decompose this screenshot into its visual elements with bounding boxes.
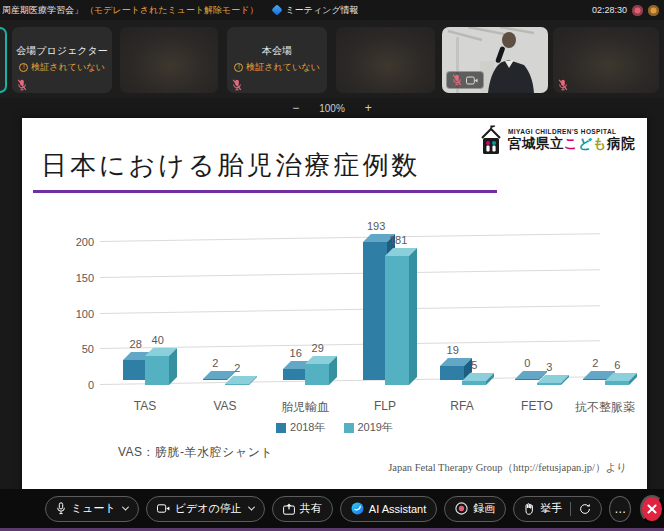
video-tile-4-labeled[interactable]: 本会場!検証されていない	[227, 27, 327, 93]
verification-warning: !検証されていない	[227, 61, 327, 74]
toolbar-microphone-button[interactable]: ミュート	[45, 496, 139, 522]
camera-on-icon	[466, 76, 478, 85]
top-bar: 周産期医療学習会」 （モデレートされたミュート解除モード） ミーティング情報 0…	[0, 0, 664, 20]
bar-face	[305, 364, 329, 385]
mic-muted-icon	[558, 77, 568, 89]
slide-footnote: VAS：膀胱-羊水腔シャント	[118, 444, 273, 461]
reactions-icon[interactable]	[579, 503, 591, 515]
meeting-info-button[interactable]: ミーティング情報	[286, 4, 359, 17]
y-axis-tick-label: 150	[66, 272, 94, 284]
bar-face	[145, 356, 169, 385]
toolbar-divider	[570, 502, 571, 516]
bar-value-label: 5	[471, 359, 477, 371]
video-strip: 会場プロジェクター!検証されていない本会場!検証されていない	[0, 20, 664, 98]
ai-companion-icon	[351, 502, 364, 515]
microphone-icon	[56, 502, 66, 515]
hospital-name-jp: 宮城県立こども病院	[508, 135, 635, 153]
legend-item: 2019年	[344, 420, 393, 435]
zoom-level: 100%	[319, 103, 345, 114]
mic-muted-icon	[558, 79, 568, 91]
mic-muted-icon	[17, 77, 27, 89]
legend-swatch	[344, 423, 354, 433]
bar-value-label: 16	[290, 347, 302, 359]
x-axis-category-label: TAS	[134, 399, 156, 413]
zoom-in-button[interactable]: +	[365, 101, 372, 115]
toolbar-button-label: AI Assistant	[369, 503, 426, 515]
bar-2019年-RFA: 5	[462, 381, 486, 385]
chevron-down-icon[interactable]	[248, 504, 255, 511]
bar-value-label: 2	[234, 362, 240, 374]
bar-face	[605, 381, 629, 385]
bar-value-label: 40	[152, 334, 164, 346]
chevron-down-icon[interactable]	[122, 504, 129, 511]
bar-face	[283, 369, 307, 380]
video-tile-5-blurred[interactable]	[336, 27, 435, 93]
x-axis-category-label: 抗不整脈薬	[575, 399, 635, 416]
toolbar-record-button[interactable]: 録画	[444, 496, 506, 522]
toolbar-ai-companion-button[interactable]: AI Assistant	[340, 496, 437, 522]
bar-2018年-FLP: 193	[363, 242, 387, 380]
shared-screen-stage: 日本における胎児治療症例数 MIYAGI CHILDREN'S HOSPITAL…	[0, 118, 664, 489]
mute-mode-note: （モデレートされたミュート解除モード）	[85, 4, 259, 17]
chart-gridline	[100, 305, 600, 314]
close-icon	[646, 503, 658, 515]
bar-face	[363, 242, 387, 380]
x-axis-category-label: VAS	[213, 399, 236, 413]
recording-indicator-icon[interactable]	[632, 5, 643, 16]
zoom-out-button[interactable]: −	[292, 101, 299, 115]
toolbar-button-label: 録画	[473, 501, 495, 516]
zoom-control-bar: − 100% +	[0, 98, 664, 118]
chart-gridline	[100, 233, 600, 242]
hospital-house-icon	[478, 125, 504, 156]
mic-muted-icon	[232, 79, 242, 91]
bar-value-label: 19	[447, 344, 459, 356]
live-indicator-icon[interactable]	[648, 5, 659, 16]
bar-2019年-TAS: 40	[145, 356, 169, 385]
toolbar-share-screen-button[interactable]: 共有	[272, 496, 333, 522]
video-camera-icon	[157, 504, 170, 513]
video-tile-1-sliver[interactable]	[0, 27, 7, 93]
verification-warning: !検証されていない	[12, 61, 112, 74]
encryption-shield-icon	[271, 4, 282, 15]
hospital-logo: MIYAGI CHILDREN'S HOSPITAL 宮城県立こども病院	[478, 125, 635, 156]
video-tile-6-speaker[interactable]	[442, 27, 548, 93]
bar-2019年-胎児輸血: 29	[305, 364, 329, 385]
toolbar-button-label: ミュート	[71, 501, 116, 516]
warning-icon: !	[19, 63, 28, 72]
video-tile-3-blurred[interactable]	[120, 27, 218, 93]
slide-source: Japan Fetal Therapy Group（http://fetusja…	[388, 461, 627, 475]
y-axis-tick-label: 50	[66, 343, 94, 355]
title-underline	[33, 190, 497, 193]
bar-value-label: 3	[546, 361, 552, 373]
x-axis-category-label: 胎児輸血	[281, 399, 329, 416]
x-axis-category-label: FETO	[521, 399, 553, 413]
y-axis-tick-label: 100	[66, 308, 94, 320]
warning-icon: !	[234, 63, 243, 72]
logo-colored-kana: も	[593, 136, 607, 151]
toolbar-raise-hand-button[interactable]: 挙手	[513, 496, 602, 522]
toolbar-more-button[interactable]: …	[609, 496, 631, 522]
mic-muted-icon	[452, 74, 462, 86]
y-axis-tick-label: 200	[66, 236, 94, 248]
bar-2018年-胎児輸血: 16	[283, 369, 307, 380]
bar-value-label: 193	[367, 220, 385, 232]
bar-face	[203, 379, 227, 380]
video-tile-7-blurred[interactable]	[553, 27, 659, 93]
bar-face	[385, 256, 409, 385]
bar-face	[462, 381, 486, 385]
bar-face	[583, 379, 607, 380]
bar-2019年-VAS: 2	[225, 384, 249, 385]
slide-title: 日本における胎児治療症例数	[41, 148, 420, 183]
bar-value-label: 181	[389, 234, 407, 246]
toolbar-close-button[interactable]	[640, 495, 664, 523]
video-tile-2-labeled[interactable]: 会場プロジェクター!検証されていない	[12, 27, 112, 93]
legend-label: 2018年	[290, 420, 325, 435]
bar-face	[225, 384, 249, 385]
verification-warning-text: 検証されていない	[31, 61, 104, 74]
bar-2019年-抗不整脈薬: 6	[605, 381, 629, 385]
verification-warning-text: 検証されていない	[246, 61, 319, 74]
toolbar-video-camera-button[interactable]: ビデオの停止	[146, 496, 265, 522]
bar-value-label: 6	[614, 359, 620, 371]
legend-swatch	[276, 423, 286, 433]
x-axis-category-label: RFA	[450, 399, 473, 413]
